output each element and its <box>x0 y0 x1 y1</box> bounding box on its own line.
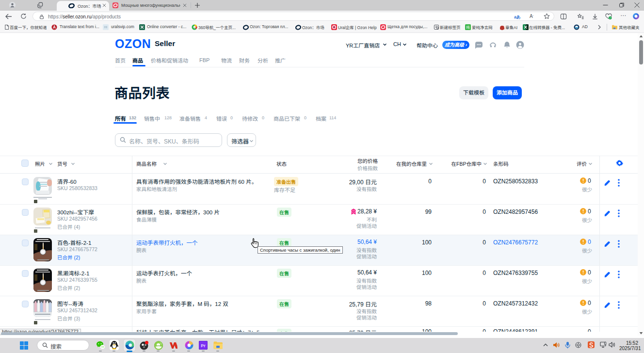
svg-text:Pr: Pr <box>201 343 206 348</box>
svg-text:纯: 纯 <box>466 24 470 30</box>
